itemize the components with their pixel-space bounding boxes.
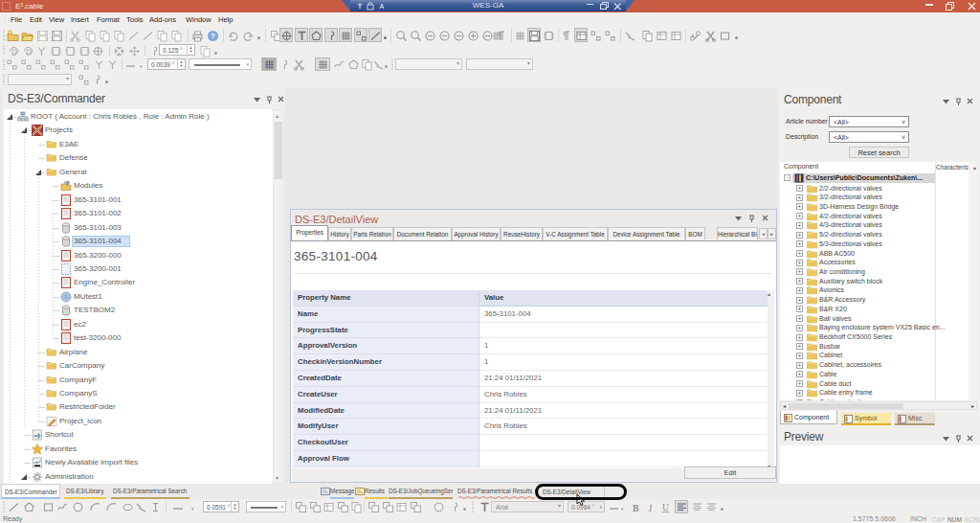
svg-text:B: B	[633, 503, 639, 513]
svg-text:U: U	[662, 503, 669, 512]
svg-text:?: ?	[211, 32, 215, 40]
svg-text:I: I	[648, 503, 653, 513]
